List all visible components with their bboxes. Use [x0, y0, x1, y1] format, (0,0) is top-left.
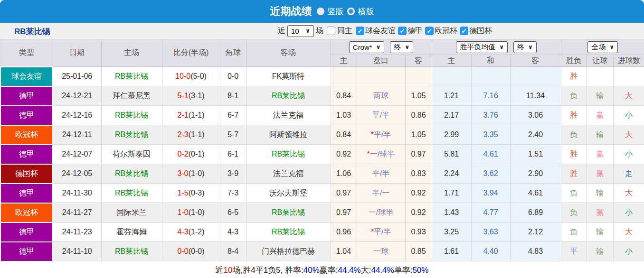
- spread-result-cell: 赢: [587, 164, 613, 184]
- match-count-select[interactable]: 10 ∨: [287, 25, 314, 37]
- same-home-label: 同主: [337, 26, 352, 36]
- avg-type-select[interactable]: 胜平负均值 ∨: [456, 41, 508, 53]
- home-team-cell: 拜仁慕尼黑: [101, 86, 162, 106]
- goals-result-cell: 小: [613, 106, 644, 125]
- avg-draw-cell: 3.94: [471, 184, 510, 203]
- corner-cell: 6-5: [220, 203, 246, 222]
- subcol-crow-home: 主: [331, 55, 357, 67]
- summary-segment-3: 40%: [303, 266, 320, 275]
- avg-away-cell: 2.90: [510, 164, 561, 184]
- same-home-checkbox[interactable]: [327, 27, 335, 35]
- avg-time-select[interactable]: 终 ∨: [513, 41, 537, 53]
- crow-time-select[interactable]: 终 ∨: [390, 41, 413, 53]
- avg-away-cell: 2.40: [510, 125, 561, 145]
- competition-checkbox-0[interactable]: ✔: [356, 27, 364, 35]
- match-row: 德甲24-12-21拜仁慕尼黑5-1(3-1)8-1RB莱比锡0.84两球1.0…: [0, 86, 644, 106]
- corner-cell: 6-7: [220, 106, 246, 125]
- competition-label-0: 球会友谊: [365, 26, 396, 36]
- competition-label-1: 德甲: [407, 26, 423, 36]
- near-label: 近: [278, 26, 285, 36]
- crow-away-odds-cell: 0.83: [405, 164, 432, 184]
- subcol-avg-home: 主: [432, 55, 471, 67]
- competition-cell: 德国杯: [0, 164, 53, 184]
- competition-cell: 球会友谊: [0, 67, 53, 86]
- scope-select[interactable]: 全场 ∨: [587, 41, 618, 53]
- goals-result-cell: 小: [613, 145, 644, 164]
- crow-home-odds-cell: 0.96: [331, 222, 357, 242]
- page-title: 近期战绩: [270, 4, 312, 19]
- home-team-cell: RB莱比锡: [101, 67, 162, 86]
- crow-away-odds-cell: [405, 67, 432, 86]
- goals-result-cell: 大: [613, 125, 644, 145]
- col-header-home: 主场: [101, 39, 162, 67]
- home-team-cell: RB莱比锡: [101, 125, 162, 145]
- competition-checkbox-2[interactable]: ✔: [425, 27, 434, 35]
- crow-home-odds-cell: 1.06: [331, 164, 357, 184]
- handicap-cell: 平/半: [357, 106, 405, 125]
- away-team-cell: FK莫斯特: [246, 67, 331, 86]
- result-cell: 负: [561, 125, 587, 145]
- avg-away-cell: 4.61: [510, 184, 561, 203]
- handicap-cell: *平/半: [357, 125, 405, 145]
- result-cell: 胜: [561, 145, 587, 164]
- match-row: 德甲24-12-07荷尔斯泰因0-2(0-1)6-1RB莱比锡0.92*一/球半…: [0, 145, 644, 164]
- avg-draw-cell: 7.16: [471, 86, 510, 106]
- avg-home-cell: 1.71: [432, 184, 471, 203]
- handicap-cell: *一/球半: [357, 145, 405, 164]
- competition-checkbox-3[interactable]: ✔: [460, 27, 468, 35]
- subcol-handicap: 盘口: [357, 55, 405, 67]
- avg-draw-cell: 4.77: [471, 203, 510, 222]
- avg-home-cell: 2.24: [432, 164, 471, 184]
- date-cell: 24-12-07: [53, 145, 101, 164]
- chevron-down-icon: ∨: [405, 44, 409, 50]
- spread-result-cell: 赢: [587, 106, 613, 125]
- handicap-cell: 一/球半: [357, 203, 405, 222]
- home-team-cell: RB莱比锡: [101, 242, 162, 261]
- avg-home-cell: 5.81: [432, 145, 471, 164]
- chevron-down-icon: ∨: [376, 44, 381, 50]
- match-row: 欧冠杯24-12-11RB莱比锡2-3(1-1)5-7阿斯顿维拉0.84*平/半…: [0, 125, 644, 145]
- vertical-layout-radio[interactable]: [317, 8, 324, 15]
- competition-cell: 德甲: [0, 222, 53, 242]
- match-row: 德甲24-11-30RB莱比锡1-5(0-3)7-3沃尔夫斯堡0.97半/一0.…: [0, 184, 644, 203]
- avg-home-cell: 1.21: [432, 86, 471, 106]
- avg-away-cell: 1.51: [510, 145, 561, 164]
- horizontal-layout-radio[interactable]: [347, 8, 355, 15]
- summary-segment-7: 44.4%: [371, 266, 394, 275]
- crow-away-odds-cell: 0.85: [405, 242, 432, 261]
- away-team-cell: 沃尔夫斯堡: [246, 184, 331, 203]
- score-cell: 0-2(0-1): [162, 145, 220, 164]
- match-count-value: 10: [291, 27, 299, 35]
- crow-away-odds-cell: 0.92: [405, 203, 432, 222]
- spread-result-cell: 输: [587, 125, 613, 145]
- avg-dropdown-cell: 胜平负均值 ∨ 终 ∨: [432, 39, 561, 55]
- avg-draw-cell: 3.62: [471, 164, 510, 184]
- competition-checkbox-1[interactable]: ✔: [398, 27, 407, 35]
- home-team-cell: RB莱比锡: [101, 106, 162, 125]
- handicap-cell: 一球: [357, 242, 405, 261]
- bookmaker-select[interactable]: Crow* ∨: [349, 41, 385, 53]
- home-team-cell: 国际米兰: [101, 203, 162, 222]
- goals-result-cell: 大: [613, 86, 644, 106]
- away-team-cell: RB莱比锡: [246, 145, 331, 164]
- competition-label-2: 欧冠杯: [435, 26, 457, 36]
- date-cell: 24-12-11: [53, 125, 101, 145]
- col-header-score: 比分(半场): [162, 39, 220, 67]
- date-cell: 24-12-21: [53, 86, 101, 106]
- handicap-cell: *平/半: [357, 222, 405, 242]
- team-name: RB莱比锡: [14, 26, 50, 37]
- date-cell: 25-01-06: [53, 67, 101, 86]
- score-cell: 2-3(1-1): [162, 125, 220, 145]
- result-cell: 负: [561, 203, 587, 222]
- avg-away-cell: 2.12: [510, 222, 561, 242]
- horizontal-layout-label[interactable]: 横版: [358, 6, 374, 17]
- crow-home-odds-cell: 0.97: [331, 184, 357, 203]
- chevron-down-icon: ∨: [609, 44, 614, 50]
- result-cell: 胜: [561, 67, 587, 86]
- spread-result-cell: [587, 67, 613, 86]
- vertical-layout-label[interactable]: 竖版: [328, 6, 344, 17]
- dropdown-header-row: 类型 日期 主场 比分(半场) 角球 客场 Crow* ∨ 终 ∨: [0, 39, 644, 55]
- avg-away-cell: [510, 67, 561, 86]
- avg-home-cell: 2.99: [432, 125, 471, 145]
- avg-draw-cell: [471, 67, 510, 86]
